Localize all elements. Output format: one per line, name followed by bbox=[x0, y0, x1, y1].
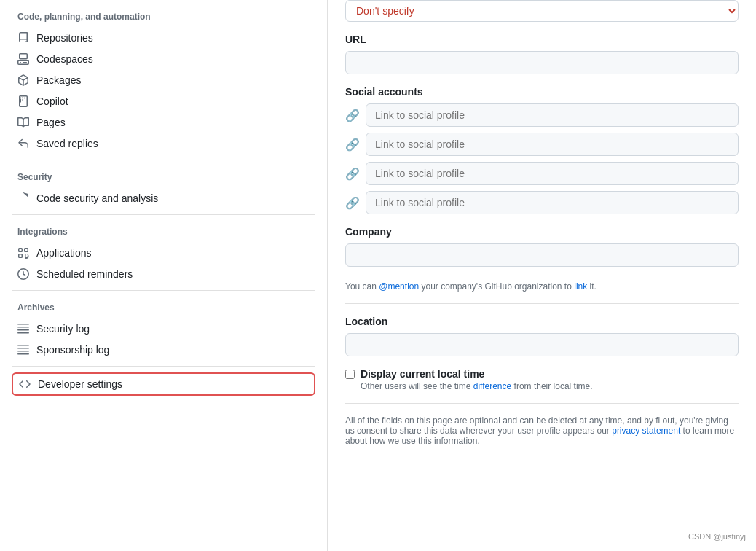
sidebar-item-label-packages: Packages bbox=[36, 74, 81, 86]
display-time-help: Other users will see the time difference… bbox=[361, 381, 593, 391]
display-time-row: Display current local time Other users w… bbox=[345, 368, 739, 391]
link-icon-3: 🔗 bbox=[345, 167, 360, 181]
copilot-icon bbox=[17, 95, 29, 107]
log-icon bbox=[17, 323, 29, 335]
sidebar-section-security: Security Code security and analysis bbox=[12, 172, 315, 208]
link-icon-4: 🔗 bbox=[345, 196, 360, 210]
reply-icon bbox=[17, 138, 29, 149]
sidebar-item-label-code-security: Code security and analysis bbox=[36, 192, 158, 204]
sidebar-item-scheduled-reminders[interactable]: Scheduled reminders bbox=[12, 264, 315, 284]
sidebar-divider-4 bbox=[12, 366, 315, 367]
sidebar-item-label-scheduled-reminders: Scheduled reminders bbox=[36, 268, 133, 280]
url-label: URL bbox=[345, 34, 739, 45]
sidebar-item-label-security-log: Security log bbox=[36, 323, 90, 335]
sidebar-section-code: Code, planning, and automation Repositor… bbox=[12, 12, 315, 154]
social-accounts-label: Social accounts bbox=[345, 86, 739, 98]
watermark: CSDN @justinyj bbox=[685, 531, 749, 542]
company-link[interactable]: link bbox=[574, 281, 587, 292]
sidebar-item-developer-settings[interactable]: Developer settings bbox=[12, 372, 315, 396]
social-input-3[interactable] bbox=[366, 162, 739, 185]
sidebar-section-label-archives: Archives bbox=[12, 302, 315, 313]
clock-icon bbox=[17, 268, 29, 280]
sidebar: Code, planning, and automation Repositor… bbox=[0, 0, 328, 551]
sidebar-divider-3 bbox=[12, 290, 315, 291]
sidebar-section-label-integrations: Integrations bbox=[12, 227, 315, 237]
sidebar-item-label-applications: Applications bbox=[36, 247, 92, 259]
shield-icon bbox=[17, 192, 29, 204]
sidebar-section-label-code: Code, planning, and automation bbox=[12, 12, 315, 22]
sidebar-divider-2 bbox=[12, 214, 315, 215]
social-input-row-4: 🔗 bbox=[345, 191, 739, 214]
pages-icon bbox=[17, 117, 29, 128]
location-input[interactable] bbox=[345, 333, 739, 356]
display-time-checkbox[interactable] bbox=[345, 370, 355, 379]
sidebar-item-label-sponsorship-log: Sponsorship log bbox=[36, 344, 109, 356]
sidebar-item-label-saved-replies: Saved replies bbox=[36, 138, 98, 149]
sidebar-item-label-pages: Pages bbox=[36, 117, 66, 128]
main-content: Don't specify they/them she/her he/him C… bbox=[328, 0, 756, 551]
location-label: Location bbox=[345, 316, 739, 327]
sidebar-item-codespaces[interactable]: Codespaces bbox=[12, 49, 315, 69]
sidebar-section-label-security: Security bbox=[12, 172, 315, 182]
code-icon bbox=[19, 378, 31, 390]
company-help: You can @mention your company's GitHub o… bbox=[345, 281, 739, 292]
sidebar-item-applications[interactable]: Applications bbox=[12, 243, 315, 263]
sidebar-item-code-security[interactable]: Code security and analysis bbox=[12, 188, 315, 208]
sidebar-item-repositories[interactable]: Repositories bbox=[12, 28, 315, 48]
social-input-2[interactable] bbox=[366, 133, 739, 156]
package-icon bbox=[17, 74, 29, 86]
link-icon-2: 🔗 bbox=[345, 138, 360, 152]
sidebar-section-archives: Archives Security log Sponsorship log bbox=[12, 302, 315, 360]
mention-link[interactable]: @mention bbox=[379, 281, 419, 292]
link-icon-1: 🔗 bbox=[345, 109, 360, 122]
display-time-label[interactable]: Display current local time bbox=[361, 368, 484, 380]
social-accounts-section: Social accounts 🔗 🔗 🔗 🔗 bbox=[345, 86, 739, 214]
repo-icon bbox=[17, 32, 29, 44]
social-input-4[interactable] bbox=[366, 191, 739, 214]
sidebar-item-label-repositories: Repositories bbox=[36, 32, 93, 44]
company-label: Company bbox=[345, 226, 739, 238]
location-divider bbox=[345, 403, 739, 404]
sidebar-item-label-developer-settings: Developer settings bbox=[38, 378, 122, 390]
footer-note: All of the fields on this page are optio… bbox=[345, 415, 739, 446]
sidebar-section-integrations: Integrations Applications Scheduled remi… bbox=[12, 227, 315, 284]
company-divider bbox=[345, 303, 739, 304]
social-input-1[interactable] bbox=[366, 103, 739, 127]
sidebar-item-label-codespaces: Codespaces bbox=[36, 53, 93, 65]
sidebar-item-sponsorship-log[interactable]: Sponsorship log bbox=[12, 340, 315, 360]
social-input-row-2: 🔗 bbox=[345, 133, 739, 156]
time-diff-link[interactable]: difference bbox=[473, 381, 511, 391]
log2-icon bbox=[17, 344, 29, 356]
sidebar-item-security-log[interactable]: Security log bbox=[12, 319, 315, 339]
privacy-statement-link[interactable]: privacy statement bbox=[612, 426, 680, 436]
sidebar-divider-1 bbox=[12, 160, 315, 160]
url-input[interactable] bbox=[345, 51, 739, 74]
apps-icon bbox=[17, 247, 29, 259]
sidebar-item-label-copilot: Copilot bbox=[36, 95, 68, 107]
sidebar-item-pages[interactable]: Pages bbox=[12, 112, 315, 133]
pronoun-select[interactable]: Don't specify they/them she/her he/him C… bbox=[345, 0, 739, 22]
display-time-text: Display current local time Other users w… bbox=[361, 368, 593, 391]
sidebar-item-copilot[interactable]: Copilot bbox=[12, 91, 315, 112]
sidebar-item-saved-replies[interactable]: Saved replies bbox=[12, 133, 315, 154]
sidebar-item-packages[interactable]: Packages bbox=[12, 70, 315, 90]
social-input-row-1: 🔗 bbox=[345, 103, 739, 127]
social-input-row-3: 🔗 bbox=[345, 162, 739, 185]
codespaces-icon bbox=[17, 53, 29, 65]
company-input[interactable] bbox=[345, 243, 739, 267]
